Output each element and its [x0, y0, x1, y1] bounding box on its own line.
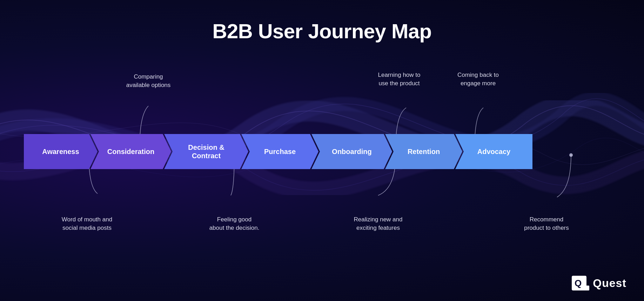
annotation-recommend: Recommendproduct to others — [508, 215, 585, 232]
quest-icon: Q — [572, 276, 589, 290]
main-content: B2B User Journey Map — [0, 0, 644, 301]
svg-rect-9 — [584, 286, 589, 290]
annotation-comparing: Comparingavailable options — [113, 73, 183, 89]
stage-onboarding: Onboarding — [311, 134, 392, 169]
annotation-word-of-mouth: Word of mouth andsocial media posts — [45, 215, 129, 232]
stage-retention: Retention — [385, 134, 462, 169]
svg-text:Q: Q — [575, 278, 582, 288]
stage-consideration: Consideration — [90, 134, 171, 169]
quest-text: Quest — [593, 277, 626, 290]
annotation-learning: Learning how touse the product — [361, 71, 438, 88]
quest-logo: Q Quest — [572, 276, 626, 290]
stage-advocacy: Advocacy — [455, 134, 532, 169]
annotation-coming-back: Coming back toengage more — [440, 71, 517, 88]
annotation-realizing: Realizing new andexciting features — [340, 215, 417, 232]
stage-awareness: Awareness — [24, 134, 98, 169]
stage-decision: Decision &Contract — [164, 134, 248, 169]
stage-purchase: Purchase — [241, 134, 318, 169]
stage-row: Awareness Consideration Decision &Contra… — [24, 134, 620, 169]
journey-diagram: Comparingavailable options Learning how … — [24, 53, 620, 250]
annotation-feeling-good: Feeling goodabout the decision. — [196, 215, 273, 232]
page-title: B2B User Journey Map — [213, 19, 432, 43]
